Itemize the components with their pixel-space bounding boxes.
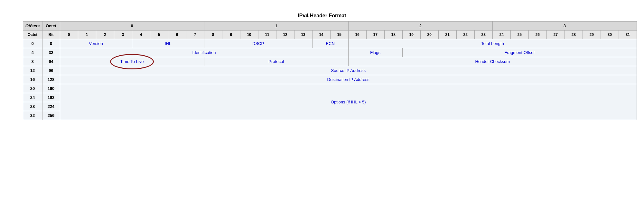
octet2-header: 2 <box>348 22 492 31</box>
bit-12: 12 <box>276 31 294 39</box>
page-wrapper: IPv4 Header Format Offsets Octet 0 1 2 3 <box>16 6 628 127</box>
table-row-20: 20 160 Options (if IHL > 5) <box>23 84 637 93</box>
bit-13: 13 <box>294 31 312 39</box>
options-field: Options (if IHL > 5) <box>60 84 637 120</box>
bit-9: 9 <box>222 31 240 39</box>
octet-20: 20 <box>23 84 42 93</box>
bit-3: 3 <box>114 31 132 39</box>
header-row-bits: Octet Bit 0 1 2 3 4 5 6 7 8 9 10 11 12 1… <box>23 31 637 39</box>
bit-32-row: 32 <box>42 48 60 57</box>
ihl-field: IHL <box>132 39 204 48</box>
bit-21: 21 <box>438 31 456 39</box>
bit-4: 4 <box>132 31 150 39</box>
table-row-0: 0 0 Version IHL DSCP ECN Total Length <box>23 39 637 48</box>
bit-64-row: 64 <box>42 57 60 66</box>
octet-0: 0 <box>23 39 42 48</box>
bit-16: 16 <box>348 31 366 39</box>
octet-4: 4 <box>23 48 42 57</box>
header-row-octets: Offsets Octet 0 1 2 3 <box>23 22 637 31</box>
bit-17: 17 <box>366 31 384 39</box>
table-row-8: 8 64 Time To Live Protocol Header Checks… <box>23 57 637 66</box>
octet-28: 28 <box>23 102 42 111</box>
bit-160-row: 160 <box>42 84 60 93</box>
octet-8: 8 <box>23 57 42 66</box>
octet-32: 32 <box>23 111 42 120</box>
table-row-12: 12 96 Source IP Address <box>23 66 637 75</box>
bit-192-row: 192 <box>42 93 60 102</box>
table-row-16: 16 128 Destination IP Address <box>23 75 637 84</box>
bit-29: 29 <box>583 31 601 39</box>
bit-128-row: 128 <box>42 75 60 84</box>
octet-header: Octet <box>42 22 60 31</box>
header-checksum-field: Header Checksum <box>348 57 637 66</box>
ipv4-header-table: Offsets Octet 0 1 2 3 Octet Bit 0 1 2 3 … <box>23 21 637 120</box>
bit-6: 6 <box>168 31 186 39</box>
bit-14: 14 <box>312 31 330 39</box>
bit-10: 10 <box>240 31 258 39</box>
bit-label: Bit <box>42 31 60 39</box>
bit-26: 26 <box>528 31 546 39</box>
offsets-header: Offsets <box>23 22 42 31</box>
protocol-field: Protocol <box>204 57 348 66</box>
bit-28: 28 <box>565 31 583 39</box>
bit-18: 18 <box>384 31 402 39</box>
identification-field: Identification <box>60 48 348 57</box>
bit-256-row: 256 <box>42 111 60 120</box>
bit-19: 19 <box>402 31 420 39</box>
octet1-header: 1 <box>204 22 348 31</box>
fragment-offset-field: Fragment Offset <box>402 48 637 57</box>
flags-field: Flags <box>348 48 402 57</box>
octet0-header: 0 <box>60 22 204 31</box>
table-row-4: 4 32 Identification Flags Fragment Offse… <box>23 48 637 57</box>
bit-224-row: 224 <box>42 102 60 111</box>
bit-24: 24 <box>492 31 510 39</box>
bit-31: 31 <box>619 31 637 39</box>
bit-22: 22 <box>456 31 474 39</box>
octet3-header: 3 <box>492 22 637 31</box>
bit-8: 8 <box>204 31 222 39</box>
octet-12: 12 <box>23 66 42 75</box>
bit-23: 23 <box>474 31 492 39</box>
bit-1: 1 <box>78 31 96 39</box>
ttl-field: Time To Live <box>60 57 204 66</box>
total-length-field: Total Length <box>348 39 637 48</box>
destination-ip-field: Destination IP Address <box>60 75 637 84</box>
bit-5: 5 <box>150 31 168 39</box>
ecn-field: ECN <box>312 39 348 48</box>
bit-15: 15 <box>330 31 348 39</box>
bit-11: 11 <box>258 31 276 39</box>
bit-0: 0 <box>60 31 78 39</box>
ttl-circle-label: Time To Live <box>120 59 144 64</box>
version-field: Version <box>60 39 132 48</box>
bit-0-row: 0 <box>42 39 60 48</box>
octet-24: 24 <box>23 93 42 102</box>
bit-25: 25 <box>510 31 528 39</box>
table-title: IPv4 Header Format <box>23 13 621 19</box>
octet-label: Octet <box>23 31 42 39</box>
octet-16: 16 <box>23 75 42 84</box>
bit-30: 30 <box>601 31 619 39</box>
bit-20: 20 <box>420 31 438 39</box>
bit-7: 7 <box>186 31 204 39</box>
dscp-field: DSCP <box>204 39 312 48</box>
bit-27: 27 <box>546 31 565 39</box>
bit-96-row: 96 <box>42 66 60 75</box>
source-ip-field: Source IP Address <box>60 66 637 75</box>
bit-2: 2 <box>96 31 114 39</box>
